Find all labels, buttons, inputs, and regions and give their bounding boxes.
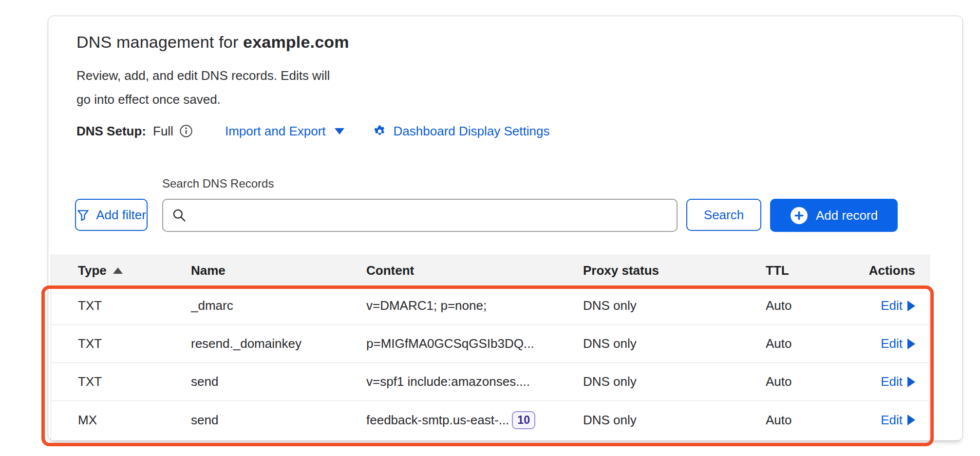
table-row-send-mx[interactable]: MX send feedback-smtp.us-east-... 10 DNS… — [51, 401, 929, 439]
search-input[interactable] — [193, 200, 677, 231]
column-header-ttl-label: TTL — [766, 263, 789, 278]
page-title: DNS management for example.com — [76, 33, 349, 52]
plus-circle-icon — [790, 207, 808, 225]
edit-label: Edit — [881, 336, 903, 351]
dns-records-table: Type Name Content Proxy status TTL Actio… — [51, 254, 929, 440]
column-header-actions-label: Actions — [869, 263, 915, 278]
table-header-row: Type Name Content Proxy status TTL Actio… — [51, 254, 929, 287]
column-header-type[interactable]: Type — [78, 263, 191, 278]
dns-management-page: DNS management for example.com Review, a… — [0, 0, 980, 456]
cell-type: TXT — [78, 374, 191, 389]
chevron-right-icon — [907, 339, 915, 349]
cell-proxy-status: DNS only — [583, 336, 766, 351]
search-icon — [171, 208, 187, 223]
cell-content: feedback-smtp.us-east-... 10 — [366, 411, 583, 429]
table-row-send-txt[interactable]: TXT send v=spf1 include:amazonses.... DN… — [51, 363, 929, 401]
edit-label: Edit — [881, 413, 903, 428]
dashboard-display-settings-link[interactable]: Dashboard Display Settings — [373, 124, 550, 139]
cell-content: v=spf1 include:amazonses.... — [366, 374, 583, 389]
chevron-right-icon — [907, 301, 915, 311]
edit-record-button[interactable]: Edit — [881, 298, 915, 313]
column-header-type-label: Type — [78, 263, 107, 278]
cell-proxy-status: DNS only — [583, 374, 766, 389]
column-header-content[interactable]: Content — [366, 263, 583, 278]
toolbar: Add filter Search — [48, 199, 962, 232]
table-row-domainkey-txt[interactable]: TXT resend._domainkey p=MIGfMA0GCSqGSIb3… — [51, 325, 929, 363]
add-filter-label: Add filter — [96, 208, 146, 223]
search-button-label: Search — [704, 208, 744, 223]
mx-priority-badge: 10 — [512, 411, 535, 429]
edit-record-button[interactable]: Edit — [881, 413, 915, 428]
cell-name: resend._domainkey — [191, 336, 366, 351]
cell-type: MX — [78, 413, 191, 428]
column-header-content-label: Content — [366, 263, 414, 278]
cell-name: send — [191, 374, 366, 389]
column-header-proxy-status-label: Proxy status — [583, 263, 659, 278]
page-subtitle: Review, add, and edit DNS records. Edits… — [76, 64, 330, 112]
cell-proxy-status: DNS only — [583, 413, 766, 428]
column-header-proxy-status[interactable]: Proxy status — [583, 263, 766, 278]
column-header-name[interactable]: Name — [191, 263, 366, 278]
search-button[interactable]: Search — [686, 199, 761, 231]
filter-funnel-icon — [76, 209, 90, 222]
dns-setup-value: Full — [153, 124, 173, 139]
column-header-actions: Actions — [853, 263, 929, 278]
import-export-label: Import and Export — [225, 124, 326, 139]
cell-content: p=MIGfMA0GCSqGSIb3DQ... — [366, 336, 583, 351]
cell-ttl: Auto — [766, 298, 853, 313]
add-filter-button[interactable]: Add filter — [75, 199, 148, 231]
cell-ttl: Auto — [766, 374, 853, 389]
dashboard-display-settings-label: Dashboard Display Settings — [394, 124, 550, 139]
edit-label: Edit — [881, 298, 903, 313]
cell-ttl: Auto — [766, 413, 853, 428]
search-box — [162, 199, 678, 232]
edit-label: Edit — [881, 374, 903, 389]
domain-name: example.com — [243, 33, 349, 51]
import-export-link[interactable]: Import and Export — [225, 124, 344, 139]
gear-icon — [373, 124, 387, 138]
cell-name: send — [191, 413, 366, 428]
edit-record-button[interactable]: Edit — [881, 336, 915, 351]
table-row-dmarc-txt[interactable]: TXT _dmarc v=DMARC1; p=none; DNS only Au… — [51, 287, 929, 325]
cell-content: v=DMARC1; p=none; — [366, 298, 583, 313]
sort-ascending-icon — [113, 267, 123, 274]
chevron-right-icon — [907, 377, 915, 387]
cell-proxy-status: DNS only — [583, 298, 766, 313]
dns-setup-label: DNS Setup: — [76, 124, 146, 139]
cell-type: TXT — [78, 336, 191, 351]
chevron-down-icon — [335, 128, 344, 134]
info-icon[interactable] — [179, 124, 193, 138]
cell-type: TXT — [78, 298, 191, 313]
column-header-name-label: Name — [191, 263, 226, 278]
add-record-button[interactable]: Add record — [770, 199, 898, 232]
cell-ttl: Auto — [766, 336, 853, 351]
dns-setup-row: DNS Setup: Full Import and Export — [76, 121, 549, 141]
cell-name: _dmarc — [191, 298, 366, 313]
dns-management-card: DNS management for example.com Review, a… — [48, 16, 963, 441]
edit-record-button[interactable]: Edit — [881, 374, 915, 389]
add-record-label: Add record — [816, 208, 878, 223]
column-header-ttl[interactable]: TTL — [766, 263, 853, 278]
page-title-prefix: DNS management for — [76, 33, 243, 51]
chevron-right-icon — [907, 415, 915, 425]
cell-content-text: feedback-smtp.us-east-... — [366, 413, 509, 428]
search-dns-records-label: Search DNS Records — [162, 177, 274, 190]
